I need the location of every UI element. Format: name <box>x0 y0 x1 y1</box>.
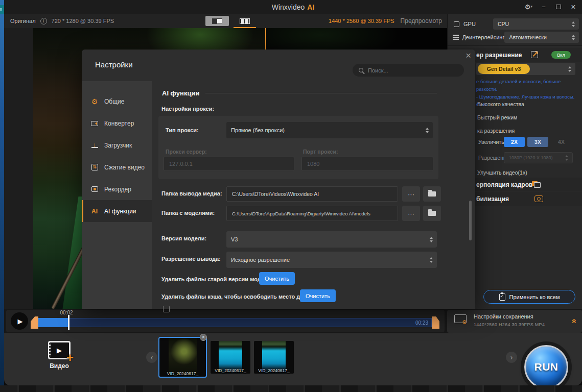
sidebar-item-downloader[interactable]: ↓ Загрузчик <box>82 134 152 156</box>
playhead[interactable] <box>68 315 69 330</box>
desktop-wallpaper-strip: fi <box>0 0 4 392</box>
thumbnail-selected[interactable]: VID_20240617_ × <box>158 337 207 378</box>
proxy-type-select[interactable]: Прямое (без прокси) <box>226 122 433 138</box>
proxy-server-field: 127.0.0.1 <box>164 157 294 171</box>
thumbnail[interactable]: VID_20240617_ <box>254 341 294 374</box>
split-view-icon <box>212 18 222 24</box>
source-info-group: Оригинал i 720 * 1280 @ 30.39 FPS <box>10 14 114 28</box>
output-info-group: 1440 * 2560 @ 30.39 FPS Предпросмотр <box>329 14 442 28</box>
app-name: Winxvideo <box>272 3 305 11</box>
preview-toolbar: Оригинал i 720 * 1280 @ 30.39 FPS 1440 *… <box>4 14 447 28</box>
proxy-server-label: Прокси сервер: <box>166 149 207 155</box>
sidebar-item-label: Общие <box>104 98 124 105</box>
source-resolution: 720 * 1280 @ 30.39 FPS <box>52 18 114 24</box>
deinterlace-select[interactable]: Автоматически <box>504 32 579 43</box>
apply-to-all-button[interactable]: Применить ко всем <box>483 290 575 304</box>
screen: fi WinxvideoAI ⚙▾ − × Оригинал i 720 * 1… <box>0 0 582 392</box>
remove-thumbnail-icon[interactable]: × <box>200 334 207 341</box>
gpu-row: GPU CPU <box>448 18 582 30</box>
deinterlace-row: Деинтерлейсинг Автоматически <box>448 31 582 43</box>
quality-option-label[interactable]: Высокого качества <box>477 101 524 107</box>
compare-view-toggles <box>205 16 257 26</box>
dialog-scrollbar[interactable] <box>469 201 472 240</box>
track-remaining[interactable] <box>38 318 432 327</box>
run-button[interactable]: RUN <box>524 345 568 385</box>
models-folder-open-button[interactable] <box>423 206 441 221</box>
heading-rule <box>205 93 437 93</box>
thumbnail-label: VID_20240617_ <box>159 371 206 376</box>
model-version-select[interactable]: V3 <box>226 231 437 248</box>
timeline-track[interactable]: 00:02 00:23 <box>31 316 439 329</box>
collapse-chevron-icon[interactable]: « <box>570 319 579 324</box>
proxy-group-label: Настройки прокси: <box>161 106 214 112</box>
side-by-side-toggle[interactable] <box>233 16 257 26</box>
partial-checkbox[interactable] <box>163 306 170 312</box>
scale-3x-button[interactable]: 3X <box>527 137 548 147</box>
info-icon[interactable]: i <box>40 18 47 24</box>
thumbnail[interactable]: VID_20240617_ <box>211 341 250 374</box>
dialog-close-icon[interactable]: × <box>465 51 471 60</box>
maximize-icon[interactable] <box>555 4 562 11</box>
split-view-toggle[interactable] <box>205 16 229 26</box>
deinterlace-label: Деинтерлейсинг <box>462 34 504 40</box>
save-settings-title: Настройки сохранения <box>474 313 533 320</box>
set-resolution-option-label[interactable]: ка разрешения <box>477 128 515 134</box>
settings-gear-icon[interactable]: ⚙▾ <box>525 3 532 11</box>
dialog-content: AI функции Настройки прокси: Тип прокси:… <box>152 81 475 309</box>
proxy-type-label: Тип прокси: <box>166 127 199 133</box>
scroll-left-button[interactable]: ‹ <box>146 352 157 363</box>
window-controls: ⚙▾ − × <box>525 0 577 14</box>
media-folder-browse-button[interactable]: ··· <box>402 186 420 202</box>
content-heading: AI функции <box>162 89 437 97</box>
delete-old-models-label: Удалить файлы старой версии модели: <box>161 276 273 282</box>
clear-cache-button[interactable]: Очистить <box>300 289 336 302</box>
folder-icon <box>428 191 436 197</box>
enabled-badge[interactable]: Вкл <box>551 51 571 59</box>
gpu-chip-icon <box>452 21 460 27</box>
sidebar-item-general[interactable]: ⚙ Общие <box>82 90 152 112</box>
sidebar-item-recorder[interactable]: Рекордер <box>82 178 152 200</box>
trim-handle-right[interactable] <box>432 316 439 329</box>
save-settings-panel[interactable]: ⚙ Настройки сохранения 1440*2560 H264 30… <box>447 310 582 333</box>
ai-icon: AI <box>90 208 99 215</box>
models-folder-browse-button[interactable]: ··· <box>402 206 420 221</box>
gpu-select[interactable]: CPU <box>493 18 579 30</box>
fast-mode-option-label[interactable]: Быстрый режим <box>477 114 517 120</box>
search-icon <box>359 68 363 72</box>
scale-label: Увеличить <box>478 139 504 145</box>
media-shelf: ▶+ Видео ‹ VID_20240617_ × VID_20240617_… <box>4 333 582 385</box>
output-resolution-select[interactable]: Исходное разрешение <box>226 252 437 268</box>
enhance-video-label[interactable]: Улучшить видео(1x) <box>477 169 527 176</box>
media-folder-label: Папка вывода медиа: <box>161 190 222 197</box>
model-version-label: Версия модели: <box>161 235 206 241</box>
models-folder-field[interactable]: C:\Users\DTore\AppData\Roaming\Digiarty\… <box>226 206 398 221</box>
play-button[interactable]: ▶ <box>11 312 28 330</box>
track-progress[interactable] <box>38 318 69 327</box>
trim-handle-left[interactable] <box>31 316 38 329</box>
clear-old-models-button[interactable]: Очистить <box>259 272 295 285</box>
scale-4x-button[interactable]: 4X <box>551 137 572 147</box>
desktop-bottom-strip <box>0 385 582 392</box>
film-icon: ▶+ <box>48 341 71 359</box>
app-title: WinxvideoAI <box>272 3 315 11</box>
models-folder-label: Папка с моделями: <box>161 210 215 216</box>
sidebar-item-label: Рекордер <box>104 186 131 193</box>
resolution-value: 1080P (1920 X 1080) <box>509 155 552 160</box>
resolution-select-disabled: 1080P (1920 X 1080) <box>504 152 573 163</box>
expand-icon[interactable] <box>531 51 538 58</box>
folder-icon <box>428 211 436 216</box>
sidebar-item-ai-functions[interactable]: AI AI функции <box>82 200 152 222</box>
search-input[interactable]: Поиск... <box>353 64 464 77</box>
minimize-icon[interactable]: − <box>540 4 547 11</box>
media-folder-open-button[interactable] <box>423 186 441 202</box>
scroll-right-button[interactable]: › <box>506 352 517 363</box>
media-folder-field[interactable]: C:\Users\DTore\Videos\Winxvideo AI <box>226 186 398 202</box>
model-select[interactable]: Gen Detail v3 <box>476 63 575 75</box>
compress-icon: ⇅ <box>90 164 99 170</box>
close-icon[interactable]: × <box>570 4 577 11</box>
search-placeholder: Поиск... <box>368 67 388 74</box>
sidebar-item-converter[interactable]: Конвертер <box>82 112 152 134</box>
sidebar-item-compress[interactable]: ⇅ Сжатие видео <box>82 156 152 178</box>
add-video-button[interactable]: ▶+ Видео <box>44 341 75 370</box>
scale-2x-button[interactable]: 2X <box>504 137 525 147</box>
